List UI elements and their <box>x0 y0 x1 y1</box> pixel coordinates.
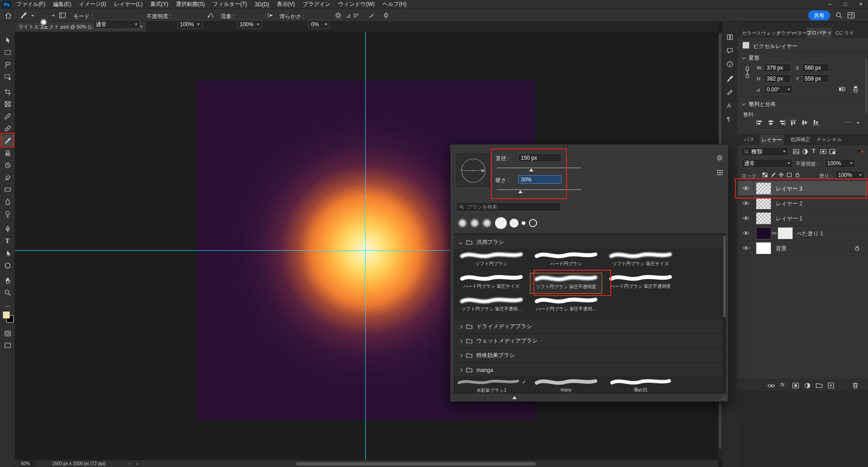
popup-scroll-thumb[interactable] <box>723 236 726 317</box>
menu-type[interactable]: 書式(Y) <box>150 0 168 8</box>
status-prev-icon[interactable]: ‹ <box>136 461 138 466</box>
hardness-field[interactable]: 30% <box>518 175 561 184</box>
layer-name[interactable]: レイヤー 1 <box>776 215 802 223</box>
lock-artboard-icon[interactable] <box>787 172 792 178</box>
crop-tool[interactable] <box>1 86 14 97</box>
healing-brush-tool[interactable] <box>1 123 14 134</box>
zoom-field[interactable]: 50% <box>19 461 36 467</box>
group-special-effects[interactable]: 特殊効果ブラシ <box>454 349 726 362</box>
layer-name[interactable]: レイヤー 2 <box>776 200 802 208</box>
layer-thumbnail[interactable] <box>756 197 771 210</box>
diameter-slider[interactable] <box>497 167 581 168</box>
opacity-select[interactable]: 100% <box>177 20 203 29</box>
filter-type-layers-icon[interactable]: T <box>812 148 815 154</box>
brush-tool-icon[interactable] <box>20 12 27 19</box>
dodge-tool[interactable] <box>1 208 14 219</box>
menu-help[interactable]: ヘルプ(H) <box>382 0 407 8</box>
screen-mode-icon[interactable] <box>1 339 14 351</box>
move-tool[interactable] <box>1 34 14 46</box>
menu-3d[interactable]: 3D(D) <box>255 1 269 8</box>
brush-item-7[interactable]: ハード円ブラシ 筆圧不透明... <box>530 295 602 316</box>
menu-filter[interactable]: フィルター(T) <box>212 0 247 8</box>
soft-round-preset-icon[interactable] <box>458 218 467 228</box>
rotation-select[interactable]: 0.00° <box>764 85 793 94</box>
share-button[interactable]: 共有 <box>808 10 830 20</box>
tab-color[interactable]: カラー <box>741 30 757 37</box>
hscroll-thumb[interactable] <box>296 462 536 466</box>
zoom-tool[interactable] <box>1 287 14 298</box>
tab-cc-libraries[interactable]: CC ライ <box>835 30 854 37</box>
layer-name[interactable]: 背景 <box>776 245 787 253</box>
gradient-tool[interactable] <box>1 184 14 195</box>
status-next-icon[interactable]: › <box>129 461 131 466</box>
type-tool[interactable]: T <box>1 235 14 247</box>
pressure-size-icon[interactable] <box>368 12 375 19</box>
brush-item-3[interactable]: ハード円ブラシ 筆圧サイズ <box>455 273 528 294</box>
align-top-icon[interactable] <box>790 119 797 126</box>
smoothing-options-gear-icon[interactable] <box>335 12 342 19</box>
layer-mask-thumbnail[interactable] <box>778 227 793 239</box>
search-icon[interactable] <box>835 12 843 19</box>
manga-brush-0[interactable]: ✓ 水彩筆ブラシ1 <box>455 377 528 393</box>
align-more-caret[interactable] <box>857 122 859 124</box>
fill-layer-thumbnail[interactable] <box>756 227 771 239</box>
properties-scrollbar[interactable] <box>865 59 867 113</box>
lock-transparent-icon[interactable] <box>762 172 768 178</box>
align-more-icon[interactable]: ⋯ <box>845 119 851 125</box>
character-panel-icon[interactable]: A <box>727 102 731 109</box>
mode-select[interactable]: 通常 <box>93 20 140 29</box>
align-bottom-icon[interactable] <box>812 119 820 126</box>
align-middle-icon[interactable] <box>801 119 808 126</box>
filter-shape-layers-icon[interactable] <box>820 148 826 155</box>
eyedropper-tool[interactable] <box>1 110 14 122</box>
layer-effects-icon[interactable]: fx <box>780 381 784 388</box>
layer-row-2[interactable]: レイヤー 2 <box>738 196 868 211</box>
group-general-brushes[interactable]: 汎用ブラシ <box>454 236 726 249</box>
hand-tool[interactable] <box>1 275 14 286</box>
footer-slider-thumb[interactable] <box>512 396 517 399</box>
layer-name[interactable]: べた塗り 1 <box>797 230 823 238</box>
brush-tool-caret[interactable] <box>31 15 34 17</box>
brush-settings-panel-icon[interactable] <box>726 75 734 82</box>
flip-horizontal-icon[interactable] <box>838 86 846 93</box>
toggle-brush-settings-icon[interactable] <box>59 12 66 19</box>
paragraph-panel-icon[interactable]: ¶ <box>727 116 730 123</box>
arrange-panel-icon[interactable] <box>726 33 734 41</box>
manga-brush-2[interactable]: 薄め01 <box>604 377 677 393</box>
soft-round-preset-icon[interactable] <box>470 218 480 228</box>
info-panel-icon[interactable] <box>726 61 734 68</box>
new-brush-icon[interactable] <box>717 170 723 176</box>
symmetry-icon[interactable] <box>382 12 390 19</box>
layer-row-background[interactable]: 背景 <box>738 241 868 256</box>
pen-tool[interactable] <box>1 223 14 234</box>
lock-position-icon[interactable] <box>778 172 784 178</box>
history-brush-tool[interactable] <box>1 159 14 171</box>
layer-row-3[interactable]: レイヤー 3 <box>738 181 868 196</box>
add-adjustment-icon[interactable] <box>804 382 811 389</box>
tab-close-icon[interactable]: × <box>140 24 143 30</box>
layers-opacity-select[interactable]: 100% <box>825 159 855 168</box>
link-dimensions-icon[interactable] <box>745 66 750 79</box>
layer-row-1[interactable]: レイヤー 1 <box>738 211 868 226</box>
fill-select[interactable]: 100% <box>835 171 864 180</box>
brush-item-5[interactable]: ハード円ブラシ 筆圧不透明度 <box>604 273 677 294</box>
maximize-button[interactable]: □ <box>844 1 847 7</box>
soft-round-preset-icon[interactable] <box>482 218 492 228</box>
pressure-opacity-icon[interactable] <box>207 12 214 19</box>
tab-channels[interactable]: チャンネル <box>816 136 842 143</box>
quick-mask-icon[interactable] <box>1 328 14 339</box>
menu-select[interactable]: 選択範囲(S) <box>176 0 205 8</box>
menu-window[interactable]: ウィンドウ(W) <box>338 0 375 8</box>
eraser-tool[interactable] <box>1 172 14 183</box>
brush-item-1[interactable]: ハード円ブラシ <box>530 250 602 271</box>
brush-item-4-selected[interactable]: ソフト円ブラシ 筆圧不透明度 <box>530 273 602 294</box>
brush-item-0[interactable]: ソフト円ブラシ <box>455 250 528 271</box>
filter-toggle[interactable] <box>856 149 863 153</box>
menu-layer[interactable]: レイヤー(L) <box>114 0 143 8</box>
small-round-preset-icon[interactable] <box>522 221 525 225</box>
filter-pixel-layers-icon[interactable] <box>793 148 799 155</box>
airbrush-icon[interactable] <box>267 12 274 19</box>
align-right-icon[interactable] <box>778 119 786 126</box>
link-layers-icon[interactable] <box>768 383 775 388</box>
ring-preset-icon[interactable] <box>529 219 537 227</box>
